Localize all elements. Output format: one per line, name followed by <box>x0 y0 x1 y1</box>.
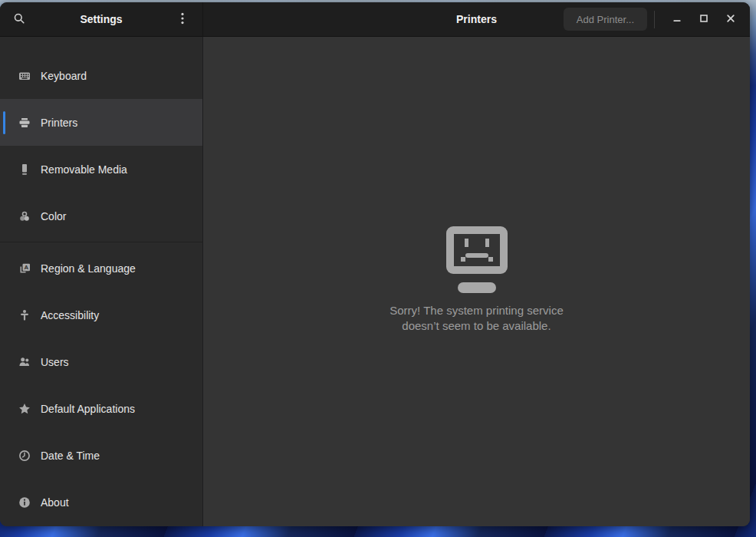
sidebar-item-removable-media[interactable]: Removable Media <box>0 146 202 193</box>
svg-text:A: A <box>25 264 29 271</box>
add-printer-button[interactable]: Add Printer... <box>564 8 647 31</box>
accessibility-icon <box>18 309 31 321</box>
search-icon <box>13 12 25 27</box>
headerbar-left: Settings <box>0 2 203 36</box>
sidebar-item-label: Accessibility <box>41 309 99 321</box>
sidebar-item-default-applications[interactable]: Default Applications <box>0 385 202 432</box>
empty-state-message-line2: doesn’t seem to be available. <box>390 318 563 334</box>
sidebar-item-users[interactable]: Users <box>0 338 202 385</box>
headerbar-controls: Add Printer... <box>564 6 750 33</box>
region-language-icon: A <box>18 262 31 275</box>
sidebar-item-label: Removable Media <box>41 163 127 176</box>
printing-service-unavailable-icon <box>446 226 508 296</box>
settings-window: Settings Printers Add Printer... <box>0 2 750 526</box>
menu-button[interactable] <box>170 7 195 31</box>
sidebar-item-region-language[interactable]: A Region & Language <box>0 245 202 292</box>
maximize-icon <box>698 12 710 27</box>
sidebar-item-about[interactable]: About <box>0 479 202 525</box>
search-button[interactable] <box>7 7 31 31</box>
sidebar-item-label: Date & Time <box>41 450 100 462</box>
minimize-icon <box>671 12 683 27</box>
clock-icon <box>18 450 31 462</box>
users-icon <box>18 356 31 368</box>
close-button[interactable] <box>717 6 744 33</box>
headerbar-separator <box>654 11 655 28</box>
sidebar-item-keyboard[interactable]: Keyboard <box>0 52 202 99</box>
sidebar-separator <box>0 242 202 242</box>
sidebar-item-color[interactable]: Color <box>0 193 202 239</box>
headerbar-right: Printers Add Printer... <box>203 2 750 36</box>
printer-icon <box>18 117 31 129</box>
star-icon <box>18 403 31 415</box>
sidebar: Keyboard Printers Removable Media Color <box>0 37 203 526</box>
close-icon <box>725 12 737 27</box>
keyboard-icon <box>18 70 31 82</box>
empty-state: Sorry! The system printing service doesn… <box>390 226 563 334</box>
sidebar-item-printers[interactable]: Printers <box>0 99 202 146</box>
removable-media-icon <box>18 163 31 176</box>
sidebar-item-label: About <box>41 496 69 509</box>
sidebar-item-label: Region & Language <box>41 262 136 275</box>
printers-panel: Sorry! The system printing service doesn… <box>203 37 750 526</box>
empty-state-message: Sorry! The system printing service doesn… <box>390 303 563 334</box>
sidebar-item-label: Printers <box>41 117 77 129</box>
empty-state-message-line1: Sorry! The system printing service <box>390 303 563 318</box>
window-body: Keyboard Printers Removable Media Color <box>0 37 750 526</box>
sidebar-item-label: Default Applications <box>41 403 135 415</box>
sidebar-item-accessibility[interactable]: Accessibility <box>0 292 202 338</box>
maximize-button[interactable] <box>690 6 717 33</box>
sidebar-item-label: Users <box>41 356 69 368</box>
sidebar-item-label: Keyboard <box>41 70 87 82</box>
minimize-button[interactable] <box>663 6 690 33</box>
kebab-menu-icon <box>176 12 189 28</box>
info-icon <box>18 496 31 509</box>
headerbar: Settings Printers Add Printer... <box>0 2 750 37</box>
sidebar-item-label: Color <box>41 210 66 222</box>
color-icon <box>18 210 31 222</box>
sidebar-item-date-time[interactable]: Date & Time <box>0 432 202 479</box>
